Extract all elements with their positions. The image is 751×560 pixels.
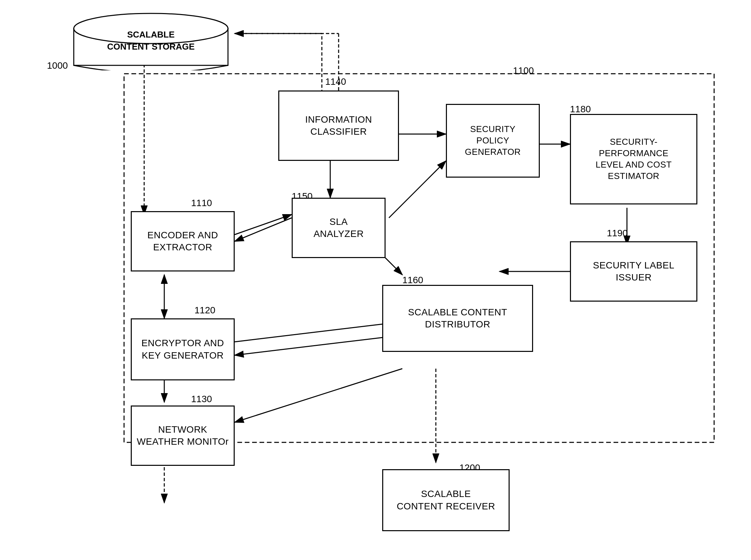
diagram-container: SCALABLECONTENT STORAGE 1000 1100 1140 I… <box>0 0 751 560</box>
scalable-content-receiver: SCALABLECONTENT RECEIVER <box>382 469 510 531</box>
encoder-extractor: ENCODER ANDEXTRACTOR <box>131 211 235 272</box>
svg-line-15 <box>235 218 292 241</box>
scalable-content-storage: SCALABLECONTENT STORAGE <box>67 10 235 71</box>
svg-line-17 <box>235 215 292 235</box>
information-classifier: INFORMATIONCLASSIFIER <box>278 91 399 161</box>
label-1000: 1000 <box>47 60 68 71</box>
label-1100: 1100 <box>513 65 534 76</box>
label-1140: 1140 <box>325 76 346 87</box>
label-1120: 1120 <box>195 305 215 316</box>
label-1180: 1180 <box>570 104 591 115</box>
encryptor-key-generator: ENCRYPTOR ANDKEY GENERATOR <box>131 318 235 380</box>
security-label-issuer: SECURITY LABELISSUER <box>570 241 697 302</box>
svg-line-19 <box>235 322 402 342</box>
label-1130: 1130 <box>191 394 212 404</box>
label-1190: 1190 <box>607 228 628 239</box>
svg-line-11 <box>389 161 446 218</box>
label-1110: 1110 <box>191 198 212 208</box>
label-1160: 1160 <box>402 275 423 285</box>
security-policy-generator: SECURITYPOLICYGENERATOR <box>446 104 540 178</box>
scalable-content-distributor: SCALABLE CONTENTDISTRIBUTOR <box>382 285 533 352</box>
svg-line-20 <box>235 335 402 355</box>
svg-line-22 <box>235 368 402 422</box>
network-weather-monitor: NETWORKWEATHER MONITOr <box>131 405 235 466</box>
storage-label: SCALABLECONTENT STORAGE <box>67 28 235 53</box>
security-performance-estimator: SECURITY-PERFORMANCELEVEL AND COSTESTIMA… <box>570 114 697 204</box>
sla-analyzer: SLAANALYZER <box>292 198 386 258</box>
